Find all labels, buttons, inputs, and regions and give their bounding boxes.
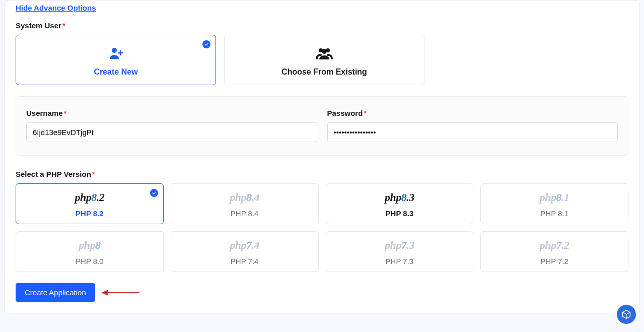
php-version-caption: PHP 8.1 [487, 209, 622, 218]
users-group-icon [231, 46, 418, 60]
hide-advance-options-link[interactable]: Hide Advance Options [16, 4, 96, 12]
svg-point-3 [322, 49, 327, 54]
php-version-label: Select a PHP Version* [16, 170, 628, 178]
username-label: Username* [26, 109, 317, 117]
svg-marker-5 [101, 290, 108, 296]
php-logo: php8.4 [230, 191, 259, 204]
php-logo: php8.2 [75, 191, 105, 204]
php-version-caption: PHP 7.2 [487, 257, 622, 265]
php-version-caption: PHP 8.4 [177, 209, 312, 218]
php-version-card[interactable]: php8.1PHP 8.1 [480, 183, 628, 224]
php-logo: php7.4 [230, 239, 259, 252]
php-logo: php7.2 [540, 239, 569, 252]
credentials-box: Username* Password* [16, 96, 628, 156]
option-create-new[interactable]: Create New [16, 35, 216, 85]
create-application-button[interactable]: Create Application [16, 283, 95, 302]
php-logo: php7.3 [385, 239, 414, 252]
required-asterisk: * [62, 21, 65, 30]
php-version-card[interactable]: php7.3PHP 7.3 [326, 231, 474, 272]
option-choose-existing[interactable]: Choose From Existing [224, 35, 424, 85]
check-icon [150, 189, 158, 197]
php-version-card[interactable]: php8.2PHP 8.2 [16, 183, 164, 224]
php-version-grid: php8.2PHP 8.2php8.4PHP 8.4php8.3PHP 8.3p… [16, 183, 628, 272]
check-icon [202, 40, 210, 48]
password-label: Password* [327, 109, 618, 117]
php-logo: php8 [79, 239, 100, 252]
php-logo: php8.3 [385, 191, 414, 204]
required-asterisk: * [92, 170, 95, 178]
php-version-caption: PHP 8.2 [22, 209, 157, 218]
svg-point-0 [112, 48, 117, 53]
php-version-caption: PHP 7.4 [177, 257, 312, 265]
main-panel: Hide Advance Options System User* Create… [4, 0, 640, 313]
system-user-options: Create New Choose From Existing [16, 35, 628, 85]
php-version-card[interactable]: php8.3PHP 8.3 [326, 183, 474, 224]
php-version-card[interactable]: php8PHP 8.0 [16, 231, 164, 272]
password-field: Password* [327, 109, 618, 142]
username-input[interactable] [26, 122, 317, 142]
user-plus-icon [22, 46, 209, 60]
required-asterisk: * [64, 109, 67, 117]
action-row: Create Application [16, 283, 628, 302]
option-label: Choose From Existing [231, 68, 418, 77]
system-user-label: System User* [16, 21, 628, 30]
php-version-card[interactable]: php7.4PHP 7.4 [171, 231, 319, 272]
php-logo: php8.1 [540, 191, 569, 204]
php-version-card[interactable]: php7.2PHP 7.2 [480, 231, 628, 272]
username-field: Username* [26, 109, 317, 142]
php-version-caption: PHP 8.0 [22, 257, 157, 265]
annotation-arrow-icon [100, 288, 140, 298]
option-label: Create New [22, 68, 209, 77]
php-version-caption: PHP 8.3 [332, 209, 467, 218]
password-input[interactable] [327, 122, 618, 142]
php-version-card[interactable]: php8.4PHP 8.4 [171, 183, 319, 224]
php-version-caption: PHP 7.3 [332, 257, 467, 265]
required-asterisk: * [364, 109, 367, 117]
